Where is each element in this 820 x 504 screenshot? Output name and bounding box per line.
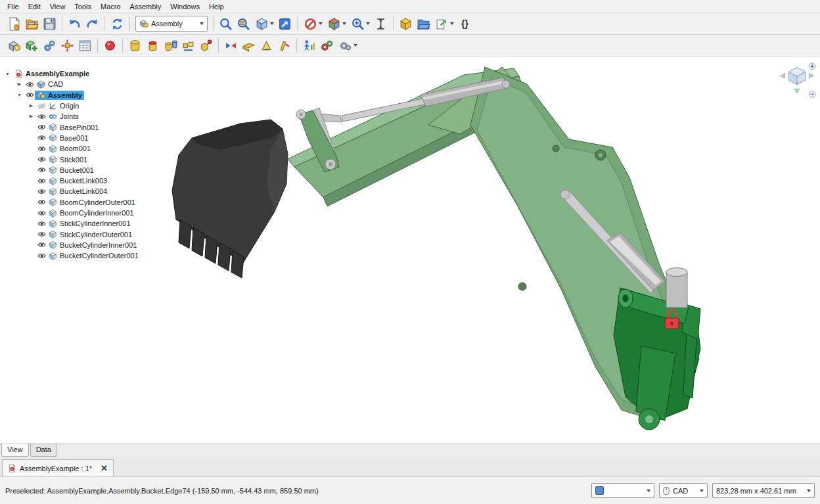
tree-item-content[interactable]: BucketLink004 [47, 187, 109, 196]
fit-all-icon[interactable] [217, 15, 235, 33]
tree-item-stickcylinderinner001[interactable]: StickCylinderInner001 [1, 218, 198, 229]
tab-view[interactable]: View [1, 444, 29, 457]
tree-item-content[interactable]: Bucket001 [47, 166, 96, 175]
visibility-eye-icon[interactable] [36, 219, 47, 228]
menu-help[interactable]: Help [204, 1, 229, 12]
open-file-icon[interactable] [23, 15, 41, 33]
solve-assembly-icon[interactable] [41, 37, 58, 55]
part-box-icon[interactable] [397, 15, 415, 33]
visibility-eye-icon[interactable] [36, 176, 47, 185]
axonometric-view-icon[interactable] [252, 15, 276, 33]
undo-icon[interactable] [66, 15, 83, 33]
tree-item-assembly[interactable]: ▼Assembly [1, 90, 198, 101]
tree-item-content[interactable]: BucketCylinderOuter001 [47, 251, 141, 260]
visibility-eye-icon[interactable] [24, 91, 35, 100]
tree-collapse-arrow-icon[interactable]: ▼ [14, 93, 24, 97]
gear-set-icon[interactable] [318, 37, 336, 55]
create-assembly-icon[interactable] [5, 37, 23, 55]
exploded-view-icon[interactable] [58, 37, 76, 55]
tree-item-content[interactable]: StickCylinderInner001 [47, 219, 133, 228]
tree-item-content[interactable]: AssemblyExample [12, 69, 91, 78]
visibility-eye-icon[interactable] [36, 123, 47, 132]
save-icon[interactable] [41, 15, 58, 33]
visibility-eye-icon[interactable] [36, 241, 47, 250]
bill-of-materials-icon[interactable] [76, 37, 94, 55]
zoom-tools-icon[interactable] [348, 15, 372, 33]
tree-item-joints[interactable]: ▶Joints [1, 111, 198, 122]
tree-item-bucketlink004[interactable]: BucketLink004 [1, 186, 198, 196]
joint-revolute-icon[interactable] [144, 37, 162, 55]
tree-item-stick001[interactable]: Stick001 [1, 154, 198, 164]
tree-item-bucketlink003[interactable]: BucketLink003 [1, 175, 198, 186]
tree-item-boom001[interactable]: Boom001 [1, 143, 198, 154]
joint-fixed-icon[interactable] [126, 37, 144, 55]
menu-view[interactable]: View [45, 1, 70, 12]
tree-item-content[interactable]: Boom001 [47, 144, 93, 153]
redo-icon[interactable] [83, 15, 101, 33]
tree-expand-arrow-icon[interactable]: ▶ [26, 114, 36, 119]
visibility-eye-icon[interactable] [24, 80, 35, 89]
tree-item-origin[interactable]: ▶Origin [1, 101, 198, 111]
joint-slider-icon[interactable] [179, 37, 197, 55]
toggle-grounded-icon[interactable] [101, 37, 119, 55]
tree-item-stickcylinderouter001[interactable]: StickCylinderOuter001 [1, 229, 198, 239]
tree-item-boomcylinderouter001[interactable]: BoomCylinderOuter001 [1, 197, 198, 208]
tab-data[interactable]: Data [30, 444, 57, 457]
tree-item-bucketcylinderinner001[interactable]: BucketCylinderInner001 [1, 240, 198, 250]
tree-item-content[interactable]: Stick001 [47, 155, 89, 164]
tree-item-content[interactable]: Origin [47, 101, 81, 110]
joint-distance-icon[interactable] [240, 37, 258, 55]
tree-item-bucket001[interactable]: Bucket001 [1, 165, 198, 175]
visibility-eye-icon[interactable] [36, 133, 47, 143]
visibility-eye-icon[interactable] [36, 208, 47, 218]
toggle-joint-direction-icon[interactable] [222, 37, 240, 55]
tree-item-content[interactable]: CAD [35, 80, 65, 89]
tree-item-content[interactable]: Joints [47, 112, 81, 121]
tree-item-bucketcylinderouter001[interactable]: BucketCylinderOuter001 [1, 250, 198, 261]
visibility-eye-icon[interactable] [36, 230, 47, 239]
tree-item-content[interactable]: Assembly [35, 91, 84, 100]
zoom-selection-icon[interactable] [235, 15, 252, 33]
tree-item-content[interactable]: BucketCylinderInner001 [47, 241, 139, 250]
menu-windows[interactable]: Windows [166, 1, 204, 12]
menu-assembly[interactable]: Assembly [125, 1, 166, 12]
style-selector[interactable] [591, 483, 654, 498]
visibility-eye-icon[interactable] [36, 155, 47, 164]
draw-style-icon[interactable] [301, 15, 325, 33]
joint-cylindrical-icon[interactable] [162, 37, 179, 55]
insert-component-icon[interactable] [23, 37, 41, 55]
refresh-icon[interactable] [108, 15, 126, 33]
simulation-icon[interactable] [300, 37, 318, 55]
visibility-eye-icon[interactable] [36, 187, 47, 196]
tree-item-base001[interactable]: Base001 [1, 133, 198, 143]
tree-collapse-arrow-icon[interactable]: ▼ [3, 72, 12, 76]
export-icon[interactable] [432, 15, 456, 33]
joint-angle-icon[interactable] [258, 37, 275, 55]
menu-file[interactable]: File [3, 1, 24, 12]
tree-expand-arrow-icon[interactable]: ▶ [14, 81, 24, 87]
tree-item-content[interactable]: BasePin001 [47, 123, 101, 132]
joint-lock-icon[interactable] [275, 37, 293, 55]
joint-ball-icon[interactable] [197, 37, 215, 55]
visibility-eye-icon[interactable] [36, 251, 47, 260]
visibility-eye-icon[interactable] [36, 144, 47, 153]
visibility-eye-icon[interactable] [36, 166, 47, 175]
group-icon[interactable] [415, 15, 432, 33]
tree-item-content[interactable]: BucketLink003 [47, 176, 109, 185]
dimension-selector[interactable]: 823,28 mm x 402,61 mm [712, 483, 815, 498]
tree-item-content[interactable]: StickCylinderOuter001 [47, 230, 134, 239]
sync-view-icon[interactable] [276, 15, 294, 33]
navigation-style-selector[interactable]: CAD [659, 483, 708, 498]
tree-expand-arrow-icon[interactable]: ▶ [26, 103, 36, 108]
visibility-eye-icon[interactable] [36, 112, 47, 121]
tree-item-content[interactable]: BoomCylinderOuter001 [47, 198, 137, 207]
measure-icon[interactable] [372, 15, 390, 33]
visibility-eye-icon[interactable] [36, 198, 47, 207]
base-pin-part[interactable] [666, 268, 687, 308]
tree-item-boomcylinderinner001[interactable]: BoomCylinderInner001 [1, 208, 198, 218]
tree-item-assemblyexample[interactable]: ▼AssemblyExample [1, 68, 198, 79]
tree-item-content[interactable]: Base001 [47, 133, 90, 143]
tree-item-content[interactable]: BoomCylinderInner001 [47, 208, 136, 218]
view-cube-icon[interactable] [325, 15, 348, 33]
tree-item-basepin001[interactable]: BasePin001 [1, 122, 198, 132]
